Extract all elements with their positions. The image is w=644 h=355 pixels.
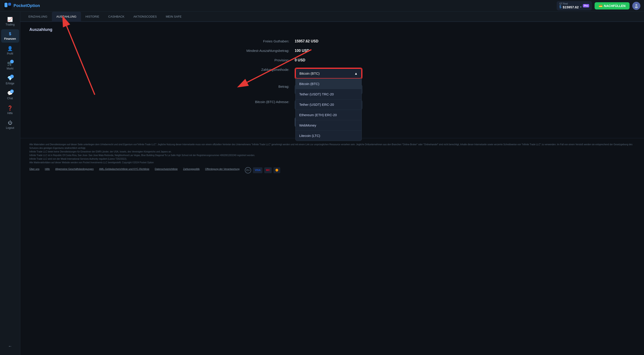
free-balance-value: 15957.62 USD xyxy=(295,39,318,43)
dropdown-option-usdt-erc20[interactable]: Tether (USDT) ERC-20 xyxy=(296,99,362,110)
pro-badge: Pro xyxy=(583,4,590,7)
footer-link-ueber-uns[interactable]: Über uns xyxy=(29,167,40,173)
svg-rect-1 xyxy=(4,3,8,7)
dropdown-selected-label: Bitcoin (BTC) xyxy=(300,71,320,75)
logo-text: PocketOption xyxy=(14,3,40,8)
sidebar-item-chat[interactable]: 💬 2 Chat xyxy=(1,88,19,102)
amount-label: Betrag: xyxy=(230,85,289,88)
footer-link-agb[interactable]: Allgemeine Geschäftsbedingungen xyxy=(55,167,94,173)
payment-method-label: Zahlungsmethode: xyxy=(230,68,289,71)
sidebar-collapse-arrow[interactable]: ← xyxy=(8,340,12,352)
chat-badge: 2 xyxy=(10,89,14,93)
erfolge-badge xyxy=(10,75,14,78)
sidebar-item-erfolge[interactable]: 💎 Erfolge xyxy=(1,73,19,87)
min-withdrawal-label: Mindest-Auszahlungsbetrag: xyxy=(230,49,289,52)
btc-address-label: Bitcoin (BTC) Adresse: xyxy=(230,100,289,104)
payment-method-dropdown[interactable]: Bitcoin (BTC) ▲ Bitcoin (BTC) Tether (US… xyxy=(295,68,362,79)
sidebar-item-markt[interactable]: 🛒 Markt xyxy=(1,58,19,72)
mastercard-badge: MC xyxy=(264,167,272,173)
footer-link-zahlungspolitik[interactable]: Zahlungspolitik xyxy=(183,167,200,173)
main-layout: 📈 Trading $ Finanzen 👤 Profil 🛒 Markt 💎 … xyxy=(0,12,644,355)
sidebar: 📈 Trading $ Finanzen 👤 Profil 🛒 Markt 💎 … xyxy=(0,12,20,355)
provision-label: Provision: xyxy=(230,58,289,62)
info-section: Freies Guthaben: 15957.62 USD Mindest-Au… xyxy=(230,39,434,127)
footer-text1: Alle Materialien und Dienstleistungen au… xyxy=(29,143,635,150)
dropdown-option-usdt-trc20[interactable]: Tether (USDT) TRC-20 xyxy=(296,89,362,99)
balance-area[interactable]: QT Real $ $15957.62 ▾ Pro xyxy=(557,1,592,10)
free-balance-row: Freies Guthaben: 15957.62 USD xyxy=(230,39,434,43)
age-badge: 21+ xyxy=(245,167,251,173)
free-balance-label: Freies Guthaben: xyxy=(230,39,289,43)
footer-text2: Infinite Trade LLC bietet keine Dienstle… xyxy=(29,150,635,154)
dropdown-option-ltc[interactable]: Litecoin (LTC) xyxy=(296,131,362,141)
avatar[interactable] xyxy=(632,2,640,10)
nav-right: QT Real $ $15957.62 ▾ Pro 💳 NACHFÜLLEN xyxy=(557,1,640,10)
payment-method-row: Zahlungsmethode: Bitcoin (BTC) ▲ Bitcoin… xyxy=(230,68,434,79)
deposit-button[interactable]: 💳 NACHFÜLLEN xyxy=(594,2,630,9)
footer-link-offenlegung[interactable]: Offenlegung der Verantwortung xyxy=(205,167,240,173)
tab-mein-safe[interactable]: MEIN SAFE xyxy=(161,12,186,22)
footer: Alle Materialien und Dienstleistungen au… xyxy=(20,138,644,177)
page-title: Auszahlung xyxy=(29,27,635,32)
footer-cards: 21+ VISA MC 🟠 xyxy=(245,167,280,173)
sidebar-item-hilfe[interactable]: ❓ Hilfe xyxy=(1,103,19,117)
maestro-badge: 🟠 xyxy=(274,167,280,173)
logout-icon: ⏻ xyxy=(8,120,12,125)
provision-row: Provision: 0 USD xyxy=(230,58,434,62)
dropdown-option-btc[interactable]: Bitcoin (BTC) xyxy=(296,79,362,89)
dropdown-option-webmoney[interactable]: WebMoney xyxy=(296,120,362,131)
footer-text4: Infinite Trade LLC wird von der Mwali In… xyxy=(29,157,635,161)
dropdown-list: Bitcoin (BTC) Tether (USDT) TRC-20 Tethe… xyxy=(295,78,362,141)
logo: PocketOption xyxy=(4,2,40,10)
min-withdrawal-row: Mindest-Auszahlungsbetrag: 100 USD xyxy=(230,49,434,53)
tab-historie[interactable]: HISTORIE xyxy=(81,12,104,22)
tab-cashback[interactable]: CASHBACK xyxy=(104,12,129,22)
tab-einzahlung[interactable]: EINZAHLUNG xyxy=(24,12,52,22)
footer-link-aml[interactable]: AML-Geldwäscherichtlinie und KYC-Richtli… xyxy=(99,167,150,173)
sidebar-item-trading[interactable]: 📈 Trading xyxy=(1,14,19,28)
tabs-bar: EINZAHLUNG AUSZAHLUNG HISTORIE CASHBACK … xyxy=(20,12,644,22)
trading-icon: 📈 xyxy=(7,17,13,22)
svg-point-3 xyxy=(636,4,637,6)
page-content: Auszahlung Freies Guthaben: 15957.62 USD… xyxy=(20,22,644,138)
footer-text5: Alle Makleraktivitäten auf dieser Websit… xyxy=(29,161,635,164)
profil-icon: 👤 xyxy=(7,46,13,51)
min-withdrawal-value: 100 USD xyxy=(295,49,309,53)
sidebar-item-logout[interactable]: ⏻ Logout xyxy=(1,118,19,132)
dropdown-chevron-up-icon: ▲ xyxy=(354,71,358,75)
footer-link-hilfe[interactable]: Hilfe xyxy=(45,167,50,173)
provision-value: 0 USD xyxy=(295,58,305,62)
visa-badge: VISA xyxy=(253,167,262,173)
balance-amount: $15957.62 xyxy=(563,5,579,9)
footer-text3: Infinite Trade LLC ist in Republic Of Co… xyxy=(29,154,635,157)
dropdown-option-eth-erc20[interactable]: Ethereum (ETH) ERC-20 xyxy=(296,110,362,120)
markt-badge xyxy=(10,60,14,63)
dropdown-selected[interactable]: Bitcoin (BTC) ▲ xyxy=(295,68,362,78)
footer-links: Über uns Hilfe Allgemeine Geschäftsbedin… xyxy=(29,167,635,173)
svg-point-4 xyxy=(635,6,638,8)
tab-auszahlung[interactable]: AUSZAHLUNG xyxy=(52,12,81,22)
account-type-label: QT Real xyxy=(560,2,580,5)
top-navigation: PocketOption QT Real $ $15957.62 ▾ Pro 💳… xyxy=(0,0,644,12)
chevron-down-icon: ▾ xyxy=(580,5,582,8)
svg-rect-2 xyxy=(8,3,11,6)
dollar-icon: $ xyxy=(560,5,562,9)
tab-aktionscodes[interactable]: AKTIONSCODES xyxy=(129,12,161,22)
deposit-icon: 💳 xyxy=(599,4,602,8)
hilfe-icon: ❓ xyxy=(7,105,13,111)
sidebar-item-finanzen[interactable]: $ Finanzen xyxy=(1,29,19,43)
footer-link-datenschutz[interactable]: Datenschutzrichtlinie xyxy=(155,167,178,173)
sidebar-item-profil[interactable]: 👤 Profil xyxy=(1,43,19,57)
content-area: EINZAHLUNG AUSZAHLUNG HISTORIE CASHBACK … xyxy=(20,12,644,355)
finanzen-icon: $ xyxy=(9,31,11,36)
